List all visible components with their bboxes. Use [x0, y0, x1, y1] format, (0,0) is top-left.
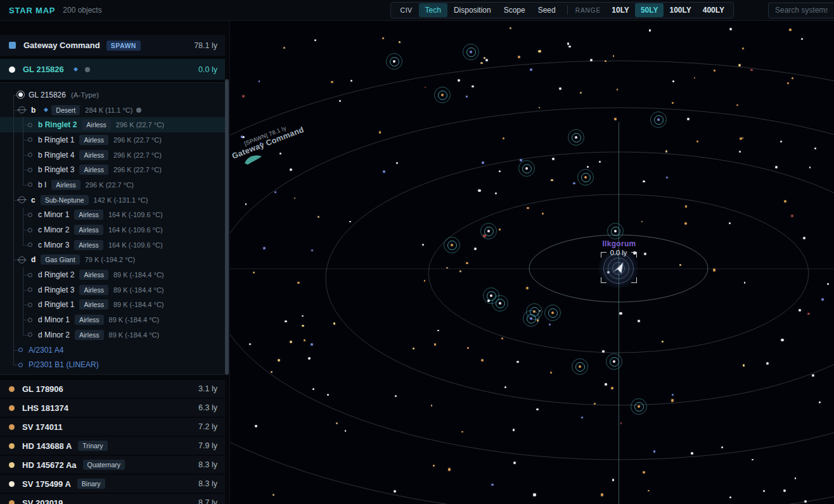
range-10ly[interactable]: 10LY — [606, 3, 635, 17]
pinned-systems: Gateway CommandSPAWN78.1 lyGL 2158260.0 … — [0, 35, 225, 83]
star — [513, 429, 515, 431]
system-row[interactable]: HD 143688 ATrinary7.9 ly — [0, 437, 225, 455]
tree-row-d-ringlet-1[interactable]: d Ringlet 1Airless89 K (-184.4 °C) — [0, 298, 225, 313]
star — [480, 62, 482, 64]
tree-row-c[interactable]: cSub-Neptune142 K (-131.1 °C) — [0, 192, 225, 208]
system-row[interactable]: SV 175499 ABinary8.3 ly — [0, 475, 225, 493]
system-row[interactable]: SV 1740117.2 ly — [0, 418, 225, 436]
body-temperature: 284 K (11.1 °C) — [85, 106, 132, 114]
body-temperature: 89 K (-184.4 °C) — [113, 286, 164, 294]
star-icon — [9, 66, 15, 73]
tab-seed[interactable]: Seed — [532, 3, 562, 17]
star — [614, 118, 617, 120]
filter-controls: CIVTechDispositionScopeSeed RANGE 10LY50… — [390, 2, 734, 18]
system-row[interactable]: SV 2030198.7 ly — [0, 494, 225, 504]
star-icon — [9, 481, 15, 487]
body-name: b — [31, 106, 35, 115]
body-temperature: 164 K (-109.6 °C) — [108, 226, 163, 234]
system-name: LHS 181374 — [22, 403, 68, 413]
tree-row-p-2301-b1-linear-[interactable]: P/2301 B1 (LINEAR) — [0, 357, 225, 372]
system-tree-panel: GL 215826(A-Type)bDesert284 K (11.1 °C)b… — [0, 82, 225, 375]
body-name: b I — [38, 180, 46, 189]
tree-row-d-minor-2[interactable]: d Minor 2Airless89 K (-184.4 °C) — [0, 327, 225, 343]
star — [422, 244, 424, 246]
header-controls: CIVTechDispositionScopeSeed RANGE 10LY50… — [390, 0, 834, 20]
star-icon — [9, 424, 15, 430]
multiplicity-badge: Trinary — [78, 441, 107, 451]
pinned-system-row[interactable]: GL 2158260.0 ly — [0, 59, 225, 80]
star-map[interactable]: [SPAWN] 78.1 ly Gateway Command Ilkgorum… — [230, 21, 834, 504]
civ-label: Ilkgorum — [581, 239, 657, 248]
tree-row-c-minor-2[interactable]: c Minor 2Airless164 K (-109.6 °C) — [0, 222, 225, 237]
star — [285, 320, 287, 323]
body-temperature: 296 K (22.7 °C) — [116, 121, 164, 129]
tree-row-a-2301-a4[interactable]: A/2301 A4 — [0, 343, 225, 358]
body-temperature: 296 K (22.7 °C) — [113, 166, 162, 173]
star — [781, 339, 783, 341]
station-icon — [9, 42, 16, 49]
star — [551, 179, 553, 182]
body-name: P/2301 B1 (LINEAR) — [29, 360, 99, 369]
tree-row-c-minor-1[interactable]: c Minor 1Airless164 K (-109.6 °C) — [0, 208, 225, 223]
system-row[interactable]: LHS 1813746.3 ly — [0, 399, 225, 417]
tree-row-b-i[interactable]: b IAirless296 K (22.7 °C) — [0, 177, 225, 192]
tree-row-c-minor-3[interactable]: c Minor 3Airless164 K (-109.6 °C) — [0, 237, 225, 253]
moon-icon — [28, 168, 32, 172]
range-400ly[interactable]: 400LY — [697, 3, 730, 17]
object-count: 200 objects — [63, 6, 101, 15]
planet-icon — [18, 256, 25, 263]
star — [273, 494, 274, 496]
star — [446, 267, 448, 269]
star — [791, 215, 793, 217]
body-name: c Minor 1 — [38, 210, 69, 219]
tab-civ[interactable]: CIV — [394, 4, 419, 16]
star — [459, 270, 461, 272]
system-distance: 8.7 ly — [198, 498, 217, 504]
star — [619, 312, 622, 315]
spawn-marker-icon[interactable] — [244, 154, 263, 167]
body-type-badge: Airless — [75, 330, 104, 340]
star — [499, 229, 501, 230]
body-type-badge: Gas Giant — [41, 255, 79, 265]
pinned-system-row[interactable]: Gateway CommandSPAWN78.1 ly — [0, 35, 225, 56]
tree-row-b-ringlet-3[interactable]: b Ringlet 3Airless296 K (22.7 °C) — [0, 162, 225, 177]
tree-row-d[interactable]: dGas Giant79 K (-194.2 °C) — [0, 253, 225, 268]
star — [672, 80, 674, 82]
tree-row-d-ringlet-3[interactable]: d Ringlet 3Airless89 K (-184.4 °C) — [0, 282, 225, 298]
system-row[interactable]: HD 145672 AaQuaternary8.3 ly — [0, 456, 225, 474]
tree-row-b-ringlet-4[interactable]: b Ringlet 4Airless296 K (22.7 °C) — [0, 148, 225, 163]
tree-row-d-ringlet-2[interactable]: d Ringlet 2Airless89 K (-184.4 °C) — [0, 267, 225, 282]
system-name: SV 203019 — [22, 498, 63, 504]
tab-scope[interactable]: Scope — [497, 3, 532, 17]
tab-disposition[interactable]: Disposition — [447, 3, 497, 17]
tree-row-d-minor-1[interactable]: d Minor 1Airless89 K (-184.4 °C) — [0, 312, 225, 327]
body-temperature: 89 K (-184.4 °C) — [109, 331, 160, 339]
search-input[interactable] — [768, 3, 834, 18]
star — [279, 153, 281, 154]
tab-tech[interactable]: Tech — [419, 3, 447, 17]
star — [799, 309, 801, 312]
sidebar-scrollbar-thumb[interactable] — [225, 79, 229, 375]
tree-row-b[interactable]: bDesert284 K (11.1 °C) — [0, 103, 225, 118]
star — [513, 462, 516, 464]
star-icon — [9, 405, 15, 411]
range-50ly[interactable]: 50LY — [635, 3, 664, 17]
tree-row-b-ringlet-1[interactable]: b Ringlet 1Airless296 K (22.7 °C) — [0, 132, 225, 148]
star — [308, 357, 311, 360]
range-100ly[interactable]: 100LY — [664, 3, 696, 17]
system-distance: 7.9 ly — [198, 441, 217, 450]
system-name: HD 143688 A — [22, 441, 72, 451]
star-icon — [9, 386, 15, 392]
system-row[interactable]: GL 1789063.1 ly — [0, 380, 225, 398]
body-name: d Ringlet 2 — [38, 270, 74, 279]
system-name: HD 145672 Aa — [22, 460, 77, 470]
tree-row-gl-215826[interactable]: GL 215826(A-Type) — [0, 87, 225, 103]
star — [803, 237, 805, 239]
body-type-badge: Airless — [74, 225, 103, 235]
tree-row-b-ringlet-2[interactable]: b Ringlet 2Airless296 K (22.7 °C) — [0, 117, 225, 132]
star — [691, 452, 693, 454]
star — [744, 282, 746, 284]
star — [533, 493, 536, 496]
body-type-badge: Airless — [79, 150, 108, 160]
body-name: b Ringlet 2 — [38, 120, 77, 129]
